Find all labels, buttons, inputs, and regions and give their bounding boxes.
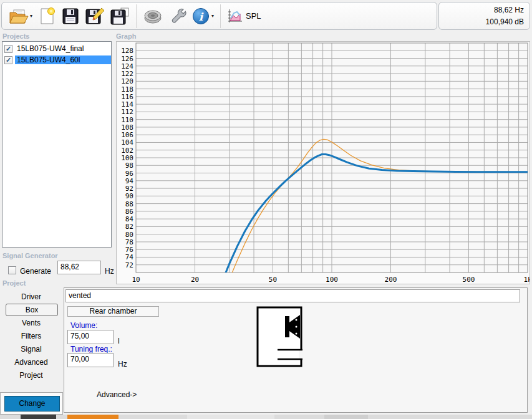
taskbar-segment bbox=[324, 415, 368, 419]
svg-text:116: 116 bbox=[121, 93, 133, 101]
svg-text:86: 86 bbox=[125, 208, 133, 216]
svg-text:74: 74 bbox=[125, 253, 134, 261]
change-button[interactable]: Change bbox=[4, 396, 60, 412]
svg-text:72: 72 bbox=[125, 261, 133, 269]
info-icon: i bbox=[191, 7, 210, 26]
wrench-icon bbox=[168, 7, 186, 26]
svg-text:100: 100 bbox=[326, 276, 338, 284]
project-checkbox[interactable]: ✓ bbox=[4, 56, 12, 64]
open-dropdown-icon[interactable]: ▾ bbox=[30, 13, 32, 19]
svg-text:10: 10 bbox=[132, 276, 140, 284]
save-edit-icon bbox=[85, 7, 105, 26]
tab-driver[interactable]: Driver bbox=[0, 291, 62, 303]
svg-text:84: 84 bbox=[125, 215, 134, 223]
cursor-readout: 88,62 Hz 100,940 dB bbox=[438, 2, 530, 30]
readout-frequency: 88,62 Hz bbox=[445, 6, 524, 14]
svg-text:114: 114 bbox=[121, 100, 133, 108]
svg-text:500: 500 bbox=[463, 276, 475, 284]
spl-toggle-button[interactable]: SPL bbox=[225, 4, 263, 29]
svg-text:200: 200 bbox=[385, 276, 397, 284]
new-project-icon bbox=[37, 7, 56, 26]
tab-advanced[interactable]: Advanced bbox=[0, 356, 62, 368]
project-checkbox[interactable]: ✓ bbox=[4, 45, 12, 53]
toolbar-separator bbox=[136, 4, 137, 28]
open-project-button[interactable]: ▾ bbox=[7, 4, 34, 29]
box-settings-panel: vented Rear chamber Volume: 75,00 l Tuni… bbox=[64, 287, 528, 413]
tuning-freq-unit: Hz bbox=[118, 360, 127, 368]
volume-unit: l bbox=[118, 337, 120, 345]
tab-filters[interactable]: Filters bbox=[0, 330, 62, 342]
svg-text:76: 76 bbox=[125, 246, 133, 254]
svg-text:102: 102 bbox=[121, 147, 133, 155]
svg-text:128: 128 bbox=[121, 47, 133, 55]
svg-text:98: 98 bbox=[125, 161, 133, 170]
svg-text:78: 78 bbox=[125, 238, 133, 246]
svg-text:80: 80 bbox=[125, 231, 133, 239]
new-project-button[interactable] bbox=[36, 4, 58, 29]
svg-text:118: 118 bbox=[121, 85, 133, 94]
signal-generator-section-label: Signal Generator bbox=[2, 252, 58, 259]
save-as-icon bbox=[110, 7, 130, 26]
svg-text:1k: 1k bbox=[523, 276, 530, 284]
svg-text:100: 100 bbox=[121, 154, 133, 162]
project-list-item[interactable]: ✓ 15LB075-UW4_60l bbox=[2, 54, 111, 65]
svg-text:120: 120 bbox=[121, 77, 133, 85]
tab-box[interactable]: Box bbox=[6, 304, 58, 316]
toolbar-separator bbox=[220, 4, 221, 28]
box-type-input[interactable]: vented bbox=[65, 289, 520, 302]
taskbar-edge bbox=[0, 415, 532, 419]
tuning-freq-label: Tuning freq.: bbox=[70, 345, 112, 354]
svg-text:96: 96 bbox=[125, 170, 133, 178]
svg-text:50: 50 bbox=[269, 276, 277, 284]
tuning-freq-input[interactable]: 70,00 bbox=[67, 353, 114, 367]
project-list-item[interactable]: ✓ 15LB075-UW4_final bbox=[2, 43, 111, 54]
spl-graph: 1281261241221201181161141121101081061041… bbox=[117, 42, 530, 284]
info-dropdown-icon[interactable]: ▾ bbox=[211, 13, 214, 19]
save-icon bbox=[61, 7, 80, 26]
vented-box-diagram bbox=[255, 305, 305, 370]
advanced-link[interactable]: Advanced-> bbox=[97, 390, 137, 399]
change-panel: Change bbox=[0, 392, 63, 415]
main-toolbar: ▾ bbox=[1, 2, 437, 30]
generate-checkbox[interactable] bbox=[8, 266, 16, 274]
graph-panel: 1281261241221201181161141121101081061041… bbox=[116, 41, 530, 284]
save-button[interactable] bbox=[59, 4, 82, 29]
svg-text:124: 124 bbox=[121, 62, 133, 70]
tools-button[interactable] bbox=[166, 4, 188, 29]
rear-chamber-button[interactable]: Rear chamber bbox=[67, 306, 159, 317]
spl-button-label: SPL bbox=[246, 11, 261, 21]
info-button[interactable]: i ▾ bbox=[190, 4, 216, 29]
taskbar-segment bbox=[187, 415, 274, 419]
volume-label: Volume: bbox=[70, 321, 97, 330]
svg-text:92: 92 bbox=[125, 185, 133, 193]
tab-project[interactable]: Project bbox=[0, 369, 62, 382]
svg-text:90: 90 bbox=[125, 192, 133, 200]
generator-frequency-input[interactable]: 88,62 bbox=[57, 261, 101, 274]
svg-text:88: 88 bbox=[125, 200, 133, 208]
svg-text:20: 20 bbox=[191, 276, 199, 284]
svg-text:122: 122 bbox=[121, 70, 133, 78]
svg-text:82: 82 bbox=[125, 223, 133, 231]
svg-text:110: 110 bbox=[121, 116, 133, 124]
project-item-label[interactable]: 15LB075-UW4_final bbox=[15, 44, 111, 53]
save-as-button[interactable] bbox=[108, 4, 132, 29]
app-window: ▾ bbox=[0, 0, 532, 419]
taskbar-segment-orange bbox=[67, 415, 118, 419]
driver-button[interactable] bbox=[141, 4, 165, 29]
svg-text:112: 112 bbox=[121, 108, 133, 116]
graph-section-label: Graph bbox=[116, 32, 136, 40]
save-edit-button[interactable] bbox=[83, 4, 107, 29]
generator-frequency-unit: Hz bbox=[105, 267, 114, 276]
svg-text:94: 94 bbox=[125, 177, 134, 185]
project-item-label[interactable]: 15LB075-UW4_60l bbox=[15, 55, 111, 64]
volume-input[interactable]: 75,00 bbox=[67, 330, 114, 344]
svg-text:104: 104 bbox=[121, 138, 133, 147]
projects-section-label: Projects bbox=[2, 32, 29, 40]
tab-signal[interactable]: Signal bbox=[0, 343, 62, 355]
svg-text:106: 106 bbox=[121, 131, 133, 139]
taskbar-segment bbox=[21, 415, 56, 419]
open-folder-icon bbox=[9, 7, 29, 26]
tab-vents[interactable]: Vents bbox=[0, 317, 62, 329]
driver-icon bbox=[143, 7, 163, 26]
spl-chart-icon bbox=[227, 8, 243, 24]
